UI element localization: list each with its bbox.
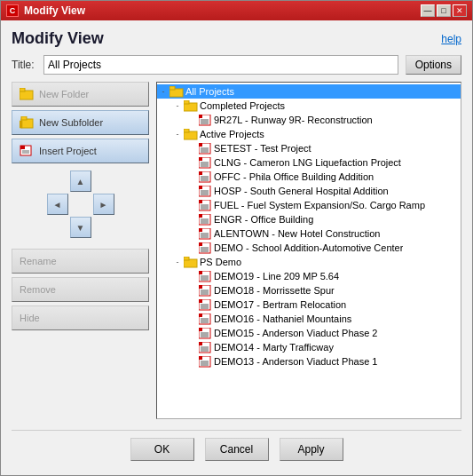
hide-button[interactable]: Hide bbox=[12, 305, 149, 330]
project-icon bbox=[198, 341, 212, 353]
new-folder-label: New Folder bbox=[39, 89, 89, 99]
expand-icon bbox=[185, 270, 198, 282]
tree-item[interactable]: DEMO14 - Marty Trafficway bbox=[157, 340, 461, 354]
remove-button[interactable]: Remove bbox=[12, 277, 149, 302]
arrow-down-button[interactable]: ▼ bbox=[70, 217, 91, 238]
svg-rect-46 bbox=[199, 214, 202, 218]
new-subfolder-label: New Subfolder bbox=[39, 117, 103, 128]
expand-icon bbox=[185, 227, 198, 240]
title-bar: C Modify View — □ ✕ bbox=[1, 1, 472, 20]
svg-rect-88 bbox=[199, 342, 202, 345]
folder-icon bbox=[169, 85, 184, 98]
svg-rect-19 bbox=[184, 129, 189, 132]
tree-item[interactable]: CLNG - Cameron LNG Liquefaction Project bbox=[157, 155, 461, 170]
new-subfolder-button[interactable]: New Subfolder bbox=[12, 110, 149, 135]
svg-rect-61 bbox=[184, 257, 189, 260]
tree-item[interactable]: 9R27L - Runway 9R- Reconstruction bbox=[157, 113, 461, 127]
bottom-buttons: Rename Remove Hide bbox=[12, 249, 149, 330]
tree-item[interactable]: - All Projects bbox=[157, 84, 461, 99]
project-icon bbox=[198, 327, 212, 339]
window-controls: — □ ✕ bbox=[421, 4, 467, 17]
tree-item[interactable]: ENGR - Office Building bbox=[157, 212, 461, 226]
tree-item[interactable]: DEMO17 - Bertram Relocation bbox=[157, 298, 461, 312]
remove-label: Remove bbox=[20, 284, 56, 295]
tree-item[interactable]: - Active Projects bbox=[157, 127, 461, 141]
tree-item[interactable]: HOSP - South General Hospital Addition bbox=[157, 184, 461, 198]
tree-item-label: CLNG - Cameron LNG Liquefaction Project bbox=[214, 157, 401, 168]
tree-item[interactable]: DEMO15 - Anderson Viaduct Phase 2 bbox=[157, 326, 461, 340]
project-icon bbox=[198, 227, 212, 240]
svg-rect-1 bbox=[20, 88, 25, 91]
arrow-left-button[interactable]: ◄ bbox=[47, 194, 68, 215]
minimize-button[interactable]: — bbox=[421, 4, 435, 17]
tree-item-label: SETEST - Test Project bbox=[214, 143, 311, 154]
svg-rect-4 bbox=[20, 121, 22, 128]
tree-item-label: All Projects bbox=[185, 86, 234, 97]
svg-rect-56 bbox=[199, 242, 202, 246]
svg-rect-3 bbox=[21, 116, 27, 120]
expand-icon bbox=[185, 213, 198, 226]
tree-item[interactable]: - Completed Projects bbox=[157, 99, 461, 113]
tree-panel[interactable]: - All Projects- Completed Projects 9R27L… bbox=[156, 82, 461, 419]
expand-icon bbox=[185, 171, 198, 183]
tree-item[interactable]: ALENTOWN - New Hotel Construction bbox=[157, 226, 461, 241]
tree-item[interactable]: DEMO16 - Nathaniel Mountains bbox=[157, 312, 461, 326]
tree-item[interactable]: - PS Demo bbox=[157, 255, 461, 269]
arrow-right-button[interactable]: ► bbox=[93, 194, 114, 215]
insert-project-button[interactable]: Insert Project bbox=[12, 139, 149, 163]
expand-icon: - bbox=[157, 85, 169, 98]
tree-item[interactable]: SETEST - Test Project bbox=[157, 141, 461, 155]
expand-icon: - bbox=[171, 128, 184, 140]
expand-icon bbox=[185, 341, 198, 353]
left-panel: New Folder New Subfolder bbox=[12, 82, 149, 419]
title-input[interactable] bbox=[43, 55, 398, 75]
tree-item-label: PS Demo bbox=[200, 257, 241, 267]
expand-icon bbox=[185, 355, 198, 368]
tree-item[interactable]: OFFC - Phila Office Building Addition bbox=[157, 170, 461, 184]
svg-rect-12 bbox=[184, 100, 189, 104]
svg-rect-31 bbox=[199, 171, 202, 175]
tree-item[interactable]: FUEL - Fuel System Expansion/So. Cargo R… bbox=[157, 198, 461, 212]
hide-label: Hide bbox=[20, 313, 40, 323]
project-icon bbox=[198, 114, 212, 126]
page-title: Modify View bbox=[12, 29, 104, 48]
options-button[interactable]: Options bbox=[406, 55, 461, 75]
maximize-button[interactable]: □ bbox=[437, 4, 451, 17]
project-icon bbox=[198, 213, 212, 226]
tree-item-label: HOSP - South General Hospital Addition bbox=[214, 186, 389, 196]
cancel-button[interactable]: Cancel bbox=[205, 438, 269, 461]
apply-button[interactable]: Apply bbox=[280, 438, 343, 461]
rename-button[interactable]: Rename bbox=[12, 249, 149, 274]
project-icon bbox=[198, 298, 212, 311]
content-area: Modify View help Title: Options bbox=[1, 20, 472, 475]
tree-item-label: FUEL - Fuel System Expansion/So. Cargo R… bbox=[214, 200, 425, 210]
ok-button[interactable]: OK bbox=[130, 438, 194, 461]
tree-item-label: DEMO - School Addition-Automotive Center bbox=[214, 242, 403, 253]
tree-item-label: 9R27L - Runway 9R- Reconstruction bbox=[214, 115, 373, 125]
expand-icon bbox=[185, 313, 198, 325]
new-folder-button[interactable]: New Folder bbox=[12, 82, 149, 107]
tree-item-label: DEMO15 - Anderson Viaduct Phase 2 bbox=[214, 328, 377, 338]
svg-rect-10 bbox=[169, 86, 175, 90]
svg-rect-51 bbox=[199, 228, 202, 232]
project-icon bbox=[198, 242, 212, 254]
help-link[interactable]: help bbox=[441, 33, 461, 45]
insert-project-label: Insert Project bbox=[39, 146, 97, 156]
expand-icon bbox=[185, 142, 198, 155]
tree-item-label: ALENTOWN - New Hotel Construction bbox=[214, 228, 380, 239]
subfolder-icon bbox=[20, 115, 34, 130]
tree-item[interactable]: DEMO18 - Morrissette Spur bbox=[157, 283, 461, 298]
tree-item[interactable]: DEMO19 - Line 209 MP 5.64 bbox=[157, 269, 461, 283]
tree-item[interactable]: DEMO - School Addition-Automotive Center bbox=[157, 241, 461, 255]
rename-label: Rename bbox=[20, 256, 57, 266]
project-icon bbox=[198, 142, 212, 155]
expand-icon bbox=[185, 298, 198, 311]
arrow-up-button[interactable]: ▲ bbox=[70, 171, 91, 192]
close-button[interactable]: ✕ bbox=[453, 4, 467, 17]
tree-item[interactable]: DEMO13 - Anderson Viaduct Phase 1 bbox=[157, 354, 461, 369]
footer: OK Cancel Apply bbox=[12, 430, 461, 466]
svg-rect-36 bbox=[199, 186, 202, 189]
svg-rect-93 bbox=[199, 356, 202, 360]
window-icon: C bbox=[6, 4, 19, 17]
tree-item-label: ENGR - Office Building bbox=[214, 214, 313, 225]
